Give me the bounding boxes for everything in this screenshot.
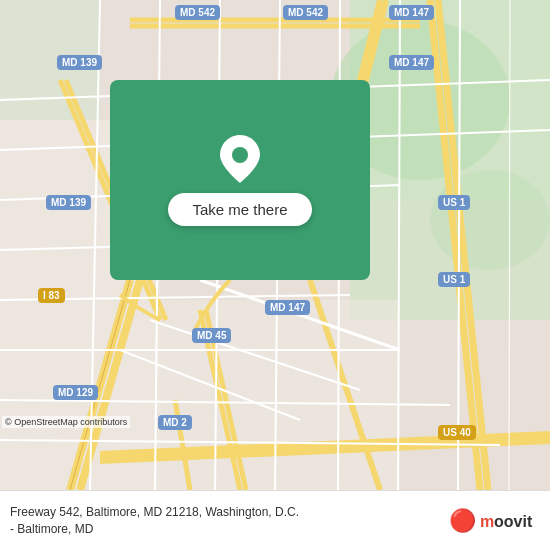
badge-us1-mid: US 1	[438, 272, 470, 287]
location-pin-icon	[220, 135, 260, 183]
popup-overlay: Take me there	[110, 80, 370, 280]
moovit-text-logo: m oovit	[480, 509, 540, 533]
badge-md45: MD 45	[192, 328, 231, 343]
moovit-m-icon: 🔴	[449, 508, 476, 534]
svg-text:m: m	[480, 513, 494, 530]
badge-us40: US 40	[438, 425, 476, 440]
osm-attribution: © OpenStreetMap contributors	[2, 416, 130, 428]
svg-point-44	[232, 147, 248, 163]
bottom-bar: Freeway 542, Baltimore, MD 21218, Washin…	[0, 490, 550, 550]
badge-md139-mid: MD 139	[46, 195, 91, 210]
badge-md147-low: MD 147	[265, 300, 310, 315]
badge-md542-top: MD 542	[175, 5, 220, 20]
address-label: Freeway 542, Baltimore, MD 21218, Washin…	[10, 505, 299, 536]
address-text: Freeway 542, Baltimore, MD 21218, Washin…	[10, 504, 449, 538]
svg-text:oovit: oovit	[494, 513, 533, 530]
take-me-there-button[interactable]: Take me there	[168, 193, 311, 226]
badge-us1-top: US 1	[438, 195, 470, 210]
moovit-logo: 🔴 m oovit	[449, 508, 540, 534]
map-container: MD 542 MD 542 MD 139 MD 147 MD 147 MD 13…	[0, 0, 550, 490]
badge-md139-top: MD 139	[57, 55, 102, 70]
badge-i83: I 83	[38, 288, 65, 303]
badge-md542-right: MD 542	[283, 5, 328, 20]
badge-md147-right: MD 147	[389, 55, 434, 70]
badge-md147-top: MD 147	[389, 5, 434, 20]
badge-md129: MD 129	[53, 385, 98, 400]
badge-md2: MD 2	[158, 415, 192, 430]
